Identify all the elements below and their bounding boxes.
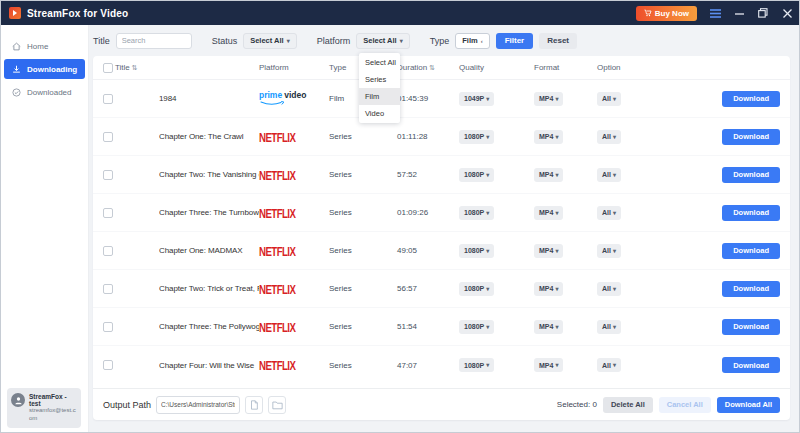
quality-select[interactable]: 1080P▾ [459, 282, 494, 296]
sidebar-item-label: Home [27, 42, 48, 51]
prime-video-logo: primevideo [259, 91, 306, 106]
format-select[interactable]: MP4▾ [534, 282, 563, 296]
quality-select[interactable]: 1080P▾ [459, 320, 494, 334]
format-select[interactable]: MP4▾ [534, 358, 563, 372]
netflix-logo: NETFLIX [259, 320, 295, 334]
download-button[interactable]: Download [722, 91, 780, 107]
app-logo-icon [9, 7, 21, 19]
sidebar-item-downloading[interactable]: Downloading [4, 59, 85, 79]
quality-select[interactable]: 1080P▾ [459, 244, 494, 258]
quality-select[interactable]: 1080P▾ [459, 130, 494, 144]
downloaded-icon [12, 88, 21, 97]
quality-select[interactable]: 1080P▾ [459, 358, 494, 372]
option-select[interactable]: All▾ [597, 206, 621, 220]
format-select[interactable]: MP4▾ [534, 206, 563, 220]
search-input[interactable] [116, 33, 192, 49]
menu-icon[interactable] [709, 7, 721, 19]
chevron-down-icon: ▾ [613, 96, 616, 102]
format-select[interactable]: MP4▾ [534, 130, 563, 144]
filter-button[interactable]: Filter [496, 33, 534, 49]
select-all-checkbox[interactable] [103, 63, 113, 73]
option-select[interactable]: All▾ [597, 358, 621, 372]
option-select[interactable]: All▾ [597, 320, 621, 334]
option-select[interactable]: All▾ [597, 92, 621, 106]
download-button[interactable]: Download [722, 205, 780, 221]
type-option-video[interactable]: Video [359, 105, 400, 122]
video-duration: 01:11:28 [397, 132, 459, 141]
row-checkbox[interactable] [103, 132, 113, 142]
chevron-down-icon: ▾ [287, 38, 290, 44]
chevron-down-icon: ▾ [613, 248, 616, 254]
row-checkbox[interactable] [103, 322, 113, 332]
type-option-film[interactable]: Film [359, 88, 400, 105]
reset-button[interactable]: Reset [539, 33, 577, 49]
download-button[interactable]: Download [722, 167, 780, 183]
quality-select[interactable]: 1049P▾ [459, 92, 494, 106]
chevron-down-icon: ▾ [486, 172, 489, 178]
chevron-down-icon: ▾ [486, 362, 489, 368]
row-checkbox[interactable] [103, 170, 113, 180]
video-type: Series [329, 322, 397, 331]
row-checkbox[interactable] [103, 94, 113, 104]
download-button[interactable]: Download [722, 319, 780, 335]
row-checkbox[interactable] [103, 246, 113, 256]
status-select[interactable]: Select All ▾ [243, 33, 297, 49]
video-duration: 56:57 [397, 284, 459, 293]
restore-button[interactable] [757, 7, 769, 19]
option-select[interactable]: All▾ [597, 244, 621, 258]
format-select[interactable]: MP4▾ [534, 168, 563, 182]
open-file-button[interactable] [245, 396, 263, 414]
chevron-down-icon: ▾ [486, 286, 489, 292]
type-option-series[interactable]: Series [359, 71, 400, 88]
row-checkbox[interactable] [103, 208, 113, 218]
output-path-input[interactable] [156, 396, 240, 414]
type-option-select-all[interactable]: Select All [359, 54, 400, 71]
platform-select[interactable]: Select All ▾ [356, 33, 410, 49]
row-checkbox[interactable] [103, 284, 113, 294]
format-select[interactable]: MP4▾ [534, 92, 563, 106]
sidebar-item-downloaded[interactable]: Downloaded [4, 82, 85, 102]
column-header-duration[interactable]: Duration⇅ [397, 63, 459, 72]
quality-select[interactable]: 1080P▾ [459, 168, 494, 182]
buy-now-label: Buy Now [655, 9, 689, 18]
chevron-down-icon: ▾ [555, 172, 558, 178]
sidebar-item-home[interactable]: Home [4, 36, 85, 56]
quality-select[interactable]: 1080P▾ [459, 206, 494, 220]
chevron-down-icon: ▾ [613, 362, 616, 368]
sort-icon: ⇅ [132, 64, 138, 72]
delete-all-button[interactable]: Delete All [603, 397, 653, 413]
minimize-button[interactable] [733, 7, 745, 19]
option-select[interactable]: All▾ [597, 168, 621, 182]
chevron-down-icon: ▾ [486, 96, 489, 102]
user-account-card[interactable]: StreamFox - test streamfox@test.com [7, 388, 81, 428]
video-title: 1984 [159, 94, 259, 103]
sidebar: Home Downloading Downloaded StreamFox - … [1, 25, 89, 433]
column-header-title[interactable]: Title⇅ [115, 63, 259, 72]
table-footer: Output Path Selected: 0 Delete All Cance… [93, 388, 790, 420]
download-all-button[interactable]: Download All [717, 397, 780, 413]
option-select[interactable]: All▾ [597, 282, 621, 296]
cancel-all-button[interactable]: Cancel All [659, 397, 711, 413]
format-select[interactable]: MP4▾ [534, 320, 563, 334]
chevron-down-icon: ▾ [486, 210, 489, 216]
video-title: Chapter Four: Will the Wise [159, 361, 259, 370]
option-select[interactable]: All▾ [597, 130, 621, 144]
type-filter-label: Type [430, 36, 450, 46]
type-select[interactable]: Film ‹ [455, 33, 489, 49]
open-folder-button[interactable] [268, 396, 286, 414]
download-button[interactable]: Download [722, 129, 780, 145]
download-button[interactable]: Download [722, 281, 780, 297]
video-type: Series [329, 170, 397, 179]
chevron-left-icon: ‹ [481, 38, 483, 44]
row-checkbox[interactable] [103, 360, 113, 370]
download-button[interactable]: Download [722, 243, 780, 259]
download-button[interactable]: Download [722, 357, 780, 373]
filter-bar: Title Status Select All ▾ Platform Selec… [89, 25, 800, 56]
close-button[interactable] [781, 7, 793, 19]
table-row: Chapter Two: Trick or Treat, Fr... NETFL… [93, 270, 790, 308]
home-icon [12, 42, 21, 51]
video-duration: 47:07 [397, 361, 459, 370]
format-select[interactable]: MP4▾ [534, 244, 563, 258]
buy-now-button[interactable]: Buy Now [636, 6, 697, 21]
netflix-logo: NETFLIX [259, 282, 295, 296]
